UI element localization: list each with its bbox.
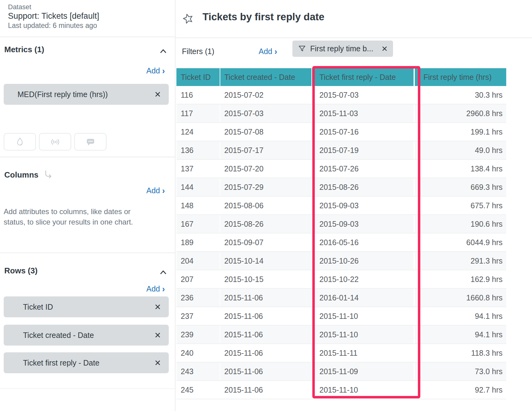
cell-ticket-created: 2015-09-07 [220,233,311,251]
cell-first-reply-time: 94.1 hrs [415,326,506,343]
cell-ticket-first-reply: 2015-10-26 [312,252,414,270]
remove-attribute-icon[interactable] [155,304,161,310]
cell-ticket-created: 2015-11-06 [220,289,311,307]
cell-ticket-created: 2015-08-06 [220,197,311,214]
dataset-label: Dataset [8,3,31,11]
favorite-star-icon[interactable] [182,13,194,25]
columns-help-text: Add attributes to columns, like dates or… [4,206,133,227]
table-row: 144 2015-07-29 2015-08-26 669.3 hrs [176,178,506,197]
cell-first-reply-time: 138.4 hrs [415,160,506,178]
droplet-icon [15,137,25,147]
metrics-collapse-chevron-up-icon[interactable] [159,47,168,56]
divider [0,157,175,157]
row-attribute-chip-ticket-id[interactable]: Ticket ID [4,296,169,317]
columns-add-button[interactable]: Add› [146,186,165,195]
cell-ticket-first-reply: 2015-07-26 [312,160,414,178]
filters-add-label: Add [259,47,272,56]
cell-ticket-id: 148 [176,197,220,214]
table-row: 245 2015-11-06 2015-11-10 92.7 hrs [176,381,506,399]
cell-ticket-id: 124 [176,123,220,141]
cell-ticket-created: 2015-10-15 [220,270,311,288]
chat-bubble-icon [85,137,96,147]
chip-label: Ticket ID [4,303,53,311]
filter-chip-first-reply-time[interactable]: First reply time b... [292,41,393,57]
cell-ticket-created: 2015-11-06 [220,381,311,399]
cell-ticket-id: 144 [176,178,220,196]
columns-add-label: Add [146,186,160,195]
chevron-right-icon: › [162,286,165,292]
filters-add-button[interactable]: Add› [259,47,277,56]
metric-chip-label: MED(First reply time (hrs)) [4,90,108,99]
cell-ticket-created: 2015-11-06 [220,307,311,325]
cell-ticket-id: 136 [176,141,220,159]
remove-metric-icon[interactable] [155,91,161,97]
cell-ticket-first-reply: 2015-11-11 [312,344,414,362]
cell-first-reply-time: 6044.9 hrs [415,233,506,251]
column-header-ticket-id: Ticket ID [176,68,220,86]
table-header-row: Ticket ID Ticket created - Date Ticket f… [176,68,506,86]
cell-ticket-first-reply: 2015-11-10 [312,326,414,343]
table-row: 204 2015-10-14 2015-10-26 291.3 hrs [176,252,506,270]
page-title: Tickets by first reply date [202,11,324,23]
cell-ticket-first-reply: 2015-07-19 [312,141,414,159]
cell-ticket-first-reply: 2015-07-16 [312,123,414,141]
cell-ticket-first-reply: 2015-10-22 [312,270,414,288]
cell-ticket-created: 2015-11-06 [220,344,311,362]
divider [0,388,175,389]
columns-title-label: Columns [4,170,38,180]
cell-first-reply-time: 190.6 hrs [415,215,506,233]
cell-first-reply-time: 73.0 hrs [415,362,506,380]
cell-ticket-created: 2015-07-29 [220,178,311,196]
cell-first-reply-time: 1660.8 hrs [415,289,506,307]
visualization-buttons [4,133,106,151]
row-attribute-chip-ticket-first-reply[interactable]: Ticket first reply - Date [4,352,169,373]
cell-first-reply-time: 30.3 hrs [415,86,506,104]
cell-ticket-created: 2015-11-06 [220,326,311,343]
columns-help-line2: status, to slice your results in one cha… [4,217,133,227]
cell-first-reply-time: 675.7 hrs [415,197,506,214]
cell-ticket-created: 2015-11-06 [220,362,311,380]
metrics-add-label: Add [146,66,160,75]
cell-first-reply-time: 291.3 hrs [415,252,506,270]
cell-ticket-id: 167 [176,215,220,233]
dataset-updated: Last updated: 6 minutes ago [8,22,97,30]
table-row: 124 2015-07-08 2015-07-16 199.1 hrs [176,123,506,141]
column-header-ticket-first-reply: Ticket first reply - Date [312,68,414,86]
droplet-button[interactable] [4,133,36,151]
cell-ticket-id: 137 [176,160,220,178]
cell-ticket-id: 240 [176,344,220,362]
columns-section-title: Columns [4,170,53,180]
filter-funnel-icon [298,45,306,53]
table-row: 167 2015-08-26 2015-09-03 190.6 hrs [176,215,506,233]
table-row: 189 2015-09-07 2016-05-16 6044.9 hrs [176,233,506,252]
cell-first-reply-time: 2960.8 hrs [415,104,506,122]
rows-add-button[interactable]: Add› [146,284,165,293]
cell-ticket-id: 189 [176,233,220,251]
column-header-ticket-created: Ticket created - Date [220,68,311,86]
table-row: 243 2015-11-06 2015-11-09 73.0 hrs [176,362,506,381]
cell-ticket-first-reply: 2015-08-26 [312,178,414,196]
cell-ticket-created: 2015-10-14 [220,252,311,270]
remove-attribute-icon[interactable] [155,332,161,338]
chip-label: Ticket first reply - Date [4,358,99,367]
remove-attribute-icon[interactable] [155,360,161,366]
cell-ticket-id: 243 [176,362,220,380]
remove-filter-icon[interactable] [382,46,387,52]
cell-first-reply-time: 118.3 hrs [415,344,506,362]
panel-divider [175,0,175,411]
broadcast-button[interactable] [39,133,71,151]
chat-button[interactable] [74,133,106,151]
cell-ticket-created: 2015-07-17 [220,141,311,159]
row-attribute-chip-ticket-created[interactable]: Ticket created - Date [4,325,169,346]
metrics-add-button[interactable]: Add› [146,66,165,75]
table-row: 237 2015-11-06 2015-11-10 94.1 hrs [176,307,506,326]
table-row: 236 2015-11-06 2016-01-14 1660.8 hrs [176,289,506,307]
metric-chip[interactable]: MED(First reply time (hrs)) [4,84,169,105]
cell-ticket-first-reply: 2016-01-14 [312,289,414,307]
cell-ticket-first-reply: 2015-07-03 [312,86,414,104]
broadcast-icon [50,137,61,147]
rows-collapse-chevron-up-icon[interactable] [159,268,168,277]
divider [175,37,532,38]
filters-label: Filters (1) [182,47,214,56]
cell-ticket-first-reply: 2015-09-03 [312,197,414,214]
